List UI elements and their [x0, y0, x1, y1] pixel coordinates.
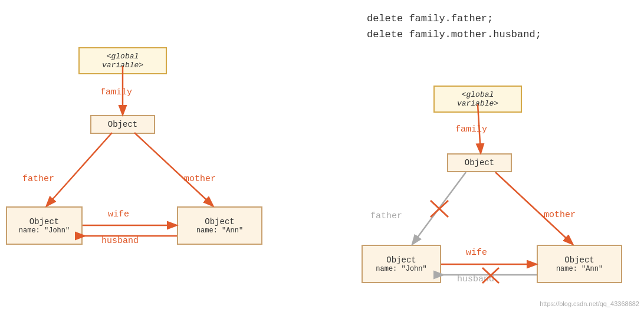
right-husband-label: husband: [457, 274, 494, 284]
code-line2: delete family.mother.husband;: [367, 27, 541, 42]
left-husband-label: husband: [101, 236, 139, 246]
right-obj-bl-l1: Object: [386, 255, 416, 265]
svg-line-6: [413, 172, 466, 244]
left-object-top: Object: [90, 115, 155, 134]
svg-line-11: [431, 201, 448, 217]
left-object-br: Object name: "Ann": [177, 206, 262, 245]
left-object-top-label: Object: [108, 120, 137, 129]
code-line1: delete family.father;: [367, 11, 541, 27]
right-object-br: Object name: "Ann": [537, 245, 622, 283]
right-obj-br-l1: Object: [564, 255, 594, 265]
left-global-label: <global variable>: [102, 52, 143, 70]
right-father-label: father: [370, 211, 402, 221]
left-mother-label: mother: [184, 174, 216, 184]
svg-line-7: [495, 172, 572, 244]
left-global-box: <global variable>: [78, 47, 167, 74]
diagram-container: delete family.father; delete family.moth…: [0, 0, 644, 312]
right-object-top: Object: [447, 153, 512, 172]
right-global-box: <global variable>: [433, 86, 522, 113]
left-obj-br-l1: Object: [205, 217, 234, 226]
left-father-label: father: [22, 174, 54, 184]
right-object-top-label: Object: [465, 158, 494, 168]
right-obj-br-l2: name: "Ann": [556, 265, 603, 273]
svg-line-1: [47, 133, 112, 205]
right-obj-bl-l2: name: "John": [376, 265, 426, 273]
svg-line-2: [134, 133, 212, 205]
left-obj-br-l2: name: "Ann": [196, 226, 243, 235]
left-family-label: family: [100, 87, 132, 97]
right-wife-label: wife: [466, 248, 487, 258]
watermark: https://blog.csdn.net/qq_43368682: [540, 300, 639, 307]
right-global-label: <global variable>: [457, 90, 498, 108]
left-obj-bl-l1: Object: [29, 217, 59, 226]
right-mother-label: mother: [544, 210, 576, 220]
right-family-label: family: [455, 124, 487, 134]
left-object-bl: Object name: "John": [6, 206, 83, 245]
right-object-bl: Object name: "John": [362, 245, 441, 283]
left-wife-label: wife: [108, 209, 129, 219]
left-obj-bl-l2: name: "John": [19, 226, 70, 235]
code-block: delete family.father; delete family.moth…: [367, 11, 541, 42]
svg-line-10: [431, 201, 448, 217]
